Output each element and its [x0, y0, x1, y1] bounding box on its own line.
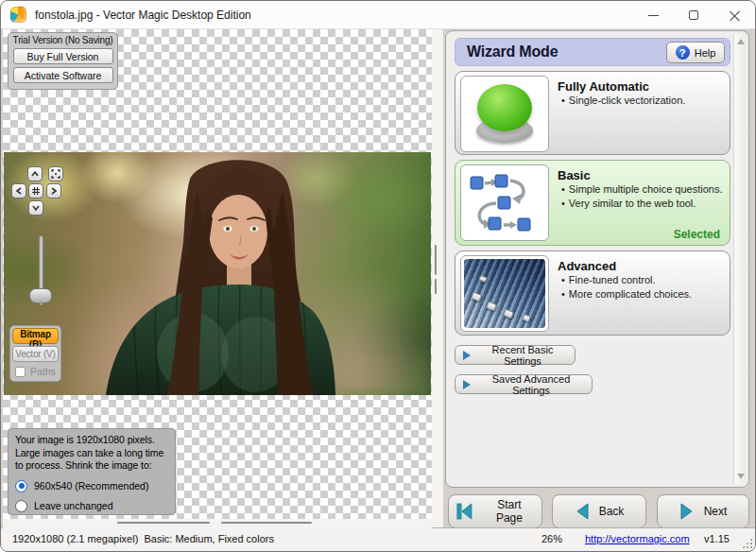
recent-basic-settings-expander[interactable]: Recent Basic Settings	[455, 345, 576, 365]
vertical-scrollbar[interactable]	[432, 29, 443, 528]
scroll-down-icon[interactable]	[737, 474, 745, 479]
basic-icon-box	[460, 164, 549, 241]
app-version: v1.15	[704, 533, 730, 544]
maximize-button[interactable]	[674, 1, 714, 28]
activate-software-button[interactable]: Activate Software	[13, 67, 113, 83]
trial-panel: Trial Version (No Saving) Buy Full Versi…	[8, 32, 118, 90]
status-bar: 1920x1080 (2.1 megapixel) Basic: Medium,…	[1, 527, 755, 551]
maximize-icon	[689, 10, 698, 20]
trial-version-label: Trial Version (No Saving)	[9, 35, 117, 45]
pan-down-button[interactable]	[28, 200, 43, 216]
mode-card-fully-automatic[interactable]: Fully Automatic Single-click vectorizati…	[455, 71, 730, 155]
app-window: fonstola.jpg - Vector Magic Desktop Edit…	[0, 0, 756, 552]
chevron-left-icon	[14, 186, 24, 196]
zoom-slider-thumb[interactable]	[29, 288, 52, 303]
mode-card-advanced[interactable]: Advanced Fine-tuned control. More compli…	[455, 250, 730, 336]
pan-left-button[interactable]	[11, 183, 26, 198]
close-icon	[730, 10, 740, 21]
expand-arrow-icon	[463, 351, 471, 360]
radio-unselected-icon[interactable]	[15, 500, 27, 512]
view-mode-group: Bitmap (B) Vector (V) Paths	[9, 325, 61, 382]
app-logo-icon	[10, 7, 26, 23]
mode-title: Fully Automatic	[558, 79, 724, 94]
paths-label: Paths	[30, 366, 56, 377]
wizard-panel: Wizard Mode ? Help Fully Automatic Singl…	[445, 30, 749, 488]
shrink-option-unchanged[interactable]: Leave unchanged	[15, 500, 168, 512]
vertical-scrollbar-thumb[interactable]	[435, 245, 437, 275]
vectormagic-link[interactable]: http://vectormagic.com	[585, 533, 690, 544]
grid-icon	[31, 186, 41, 196]
vertical-scrollbar-thumb[interactable]	[435, 279, 437, 294]
skip-back-icon	[455, 502, 473, 521]
scroll-up-icon[interactable]	[737, 39, 745, 44]
mode-title: Basic	[558, 168, 724, 182]
minimize-icon	[648, 15, 659, 16]
horizontal-scrollbar[interactable]	[3, 519, 432, 528]
green-button-icon	[464, 79, 545, 148]
selected-badge: Selected	[674, 228, 720, 241]
bitmap-view-button[interactable]: Bitmap (B)	[12, 328, 59, 344]
pan-up-button[interactable]	[27, 166, 43, 181]
chevron-right-icon	[49, 186, 59, 196]
mode-bullet: Single-click vectorization.	[561, 94, 724, 108]
mode-title: Advanced	[558, 259, 724, 273]
paths-option[interactable]: Paths	[15, 366, 56, 377]
advanced-icon-box	[460, 255, 549, 332]
saved-advanced-settings-expander[interactable]: Saved Advanced Settings	[455, 374, 593, 394]
chevron-up-icon	[30, 169, 40, 179]
portrait-woman-illustration	[4, 152, 431, 395]
wizard-mode-title: Wizard Mode	[467, 43, 558, 60]
wizard-panel-scrollbar[interactable]	[733, 34, 746, 484]
radio-selected-icon[interactable]	[15, 480, 27, 492]
main-area: Trial Version (No Saving) Buy Full Versi…	[1, 29, 755, 527]
mode-card-basic[interactable]: Basic Simple multiple choice questions. …	[455, 160, 730, 246]
buy-full-version-button[interactable]: Buy Full Version	[13, 48, 113, 64]
mixing-console-icon	[464, 259, 545, 328]
start-page-button[interactable]: Start Page	[448, 494, 542, 528]
wizard-mode-header: Wizard Mode ? Help	[455, 38, 730, 66]
horizontal-scrollbar-thumb[interactable]	[221, 522, 312, 524]
arrow-left-icon	[575, 502, 590, 521]
fit-screen-icon	[51, 169, 60, 179]
next-button[interactable]: Next	[657, 494, 749, 528]
flowchart-icon	[464, 168, 545, 237]
arrow-right-icon	[679, 502, 695, 521]
pan-right-button[interactable]	[46, 183, 61, 198]
mode-bullet: More complicated choices.	[561, 287, 724, 302]
mode-bullet: Simple multiple choice questions.	[561, 182, 724, 197]
shrink-prompt-panel: Your image is 1920x1080 pixels. Large im…	[8, 428, 176, 515]
paths-checkbox[interactable]	[15, 367, 26, 377]
window-title: fonstola.jpg - Vector Magic Desktop Edit…	[35, 9, 251, 22]
shrink-prompt-text: Your image is 1920x1080 pixels. Large im…	[15, 434, 168, 473]
horizontal-scrollbar-thumb[interactable]	[117, 522, 210, 524]
actual-size-button[interactable]	[28, 183, 43, 198]
mode-bullet: Fine-tuned control.	[561, 273, 724, 287]
window-controls	[633, 1, 755, 28]
preview-photo	[4, 152, 431, 395]
title-bar: fonstola.jpg - Vector Magic Desktop Edit…	[1, 1, 755, 29]
help-button[interactable]: ? Help	[666, 42, 725, 63]
question-mark-icon: ?	[676, 45, 690, 60]
expand-arrow-icon	[463, 380, 471, 389]
back-button[interactable]: Back	[552, 494, 646, 528]
fit-view-button[interactable]	[48, 166, 63, 181]
image-viewport[interactable]: Trial Version (No Saving) Buy Full Versi…	[3, 29, 432, 528]
mode-bullet: Very similar to the web tool.	[561, 197, 724, 211]
shrink-option-recommended[interactable]: 960x540 (Recommended)	[15, 480, 168, 492]
fully-automatic-icon-box	[460, 76, 549, 152]
chevron-down-icon	[31, 203, 41, 213]
resize-grip[interactable]	[742, 538, 752, 548]
close-button[interactable]	[714, 1, 755, 28]
vector-view-button[interactable]: Vector (V)	[12, 346, 59, 362]
minimize-button[interactable]	[633, 1, 674, 28]
image-info-status: 1920x1080 (2.1 megapixel) Basic: Medium,…	[12, 533, 274, 544]
zoom-percentage: 26%	[541, 533, 562, 544]
